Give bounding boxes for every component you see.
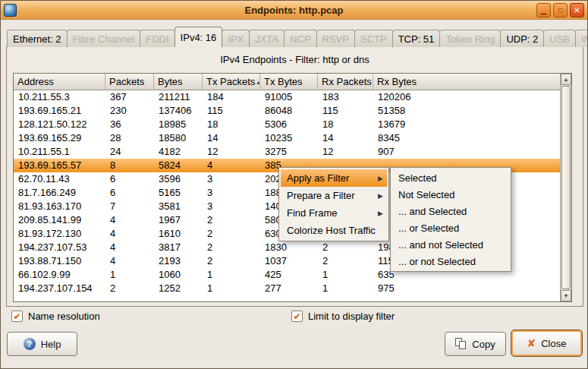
table-cell: 2 [105,282,154,295]
menu-item-label: ... or not Selected [398,256,476,267]
table-cell: 62.70.11.43 [14,172,105,186]
vertical-scrollbar[interactable]: ▲ ▼ [560,74,571,301]
minimize-button[interactable]: ▁ [536,3,551,17]
table-cell: 211211 [154,90,203,104]
table-header: Address Packets Bytes Tx Packets▴ Tx Byt… [14,74,560,90]
table-cell: 4 [105,254,154,268]
column-header-tx-packets[interactable]: Tx Packets▴ [203,74,260,90]
column-header-packets[interactable]: Packets [105,74,154,90]
column-header-tx-bytes[interactable]: Tx Bytes [260,74,318,90]
apply-filter-submenu: Selected Not Selected ... and Selected .… [390,167,511,272]
limit-display-filter-option: ✔ Limit to display filter [291,311,395,322]
window-title: Endpoints: http.pcap [1,5,587,16]
table-cell: 3 [203,200,260,213]
submenu-item-or-selected[interactable]: ... or Selected [392,219,509,236]
check-icon: ✔ [293,311,300,322]
table-cell: 18 [203,118,260,131]
table-row[interactable]: 10.211.55.3 367 211211 184 91005 183 120… [14,90,560,104]
tab-token-ring: Token Ring [439,30,501,47]
table-cell: 6 [105,172,154,186]
submenu-item-and-not-selected[interactable]: ... and not Selected [392,236,509,253]
submenu-item-or-not-selected[interactable]: ... or not Selected [392,253,509,270]
scroll-down-button[interactable]: ▼ [561,290,571,301]
table-cell: 193.69.165.21 [14,104,105,118]
endpoints-subtitle: IPv4 Endpoints - Filter: http or dns [1,54,588,65]
column-header-rx-packets[interactable]: Rx Packets [318,74,373,90]
limit-display-filter-checkbox[interactable]: ✔ [291,311,303,322]
table-row[interactable]: 10.211.55.1 24 4182 12 3275 12 907 [14,145,560,159]
menu-item-prepare-a-filter[interactable]: Prepare a Filter ▶ [281,187,387,204]
menu-item-label: Selected [398,172,437,184]
tab-ipx: IPX [222,30,250,47]
tab-ipv4[interactable]: IPv4: 16 [175,27,223,47]
table-cell: 184 [203,90,260,104]
table-cell: 1967 [154,213,203,227]
table-cell: 425 [260,268,318,282]
table-cell: 230 [105,104,154,118]
submenu-item-and-selected[interactable]: ... and Selected [392,203,509,219]
close-button[interactable]: ✘ Close [511,330,583,357]
table-cell: 12 [318,145,373,159]
menu-item-label: Not Selected [398,189,454,200]
help-glyph: ? [27,339,32,348]
tab-tcp[interactable]: TCP: 51 [392,30,441,47]
close-window-icon: ✕ [574,6,580,14]
menu-item-label: ... and not Selected [398,239,483,251]
table-cell: 3596 [154,172,203,186]
table-cell: 51358 [373,104,560,118]
help-button[interactable]: ? Help [7,332,77,356]
titlebar[interactable]: Endpoints: http.pcap ▁ □ ✕ [1,1,587,20]
table-row[interactable]: 193.69.165.21 230 137406 115 86048 115 5… [14,104,560,118]
table-row[interactable]: 128.121.50.122 36 18985 18 5306 18 13679 [14,118,560,131]
table-cell: 28 [105,131,154,145]
table-cell: 1 [105,268,154,282]
copy-icon [455,338,467,350]
menu-item-label: Prepare a Filter [287,190,355,201]
table-row[interactable]: 194.237.107.154 2 1252 1 277 1 975 [14,282,560,295]
menu-item-apply-as-filter[interactable]: Apply as Filter ▶ [281,169,387,187]
table-cell: 10.211.55.3 [14,90,105,104]
column-header-address[interactable]: Address [14,74,105,90]
close-window-button[interactable]: ✕ [570,3,584,17]
scrollbar-thumb[interactable] [561,86,571,289]
table-cell: 2 [203,213,260,227]
column-header-rx-bytes[interactable]: Rx Bytes [373,74,560,90]
menu-item-colorize-host-traffic[interactable]: Colorize Host Traffic [281,222,387,239]
column-header-bytes[interactable]: Bytes [154,74,203,90]
submenu-item-selected[interactable]: Selected [392,169,509,186]
tab-ncp: NCP [284,30,316,47]
table-cell: 277 [260,282,318,295]
table-cell: 81.93.172.130 [14,227,105,241]
table-cell: 5306 [260,118,318,131]
table-cell: 1830 [260,241,318,254]
table-cell: 4 [203,159,260,172]
tab-rsvp: RSVP [316,30,355,47]
tab-ethernet[interactable]: Ethernet: 2 [7,30,68,47]
table-cell: 24 [105,145,154,159]
scroll-up-button[interactable]: ▲ [561,74,571,85]
submenu-item-not-selected[interactable]: Not Selected [392,186,509,203]
table-cell: 14 [318,131,373,145]
table-cell: 81.93.163.170 [14,200,105,213]
copy-button[interactable]: Copy [445,332,506,356]
table-cell: 2 [203,254,260,268]
table-cell: 91005 [260,90,318,104]
table-cell: 10.211.55.1 [14,145,105,159]
table-cell: 4 [105,213,154,227]
menu-item-find-frame[interactable]: Find Frame ▶ [281,204,387,222]
table-cell: 1610 [154,227,203,241]
name-resolution-option: ✔ Name resolution [11,311,100,322]
table-cell: 4 [105,227,154,241]
table-cell: 1252 [154,282,203,295]
table-cell: 209.85.141.99 [14,213,105,227]
table-cell: 183 [318,90,373,104]
column-label: Bytes [158,76,183,87]
tab-udp[interactable]: UDP: 2 [500,30,544,47]
table-row[interactable]: 193.69.165.29 28 18580 14 10235 14 8345 [14,131,560,145]
table-cell: 193.69.165.29 [14,131,105,145]
name-resolution-checkbox[interactable]: ✔ [11,311,23,322]
maximize-button[interactable]: □ [553,3,568,17]
context-menu: Apply as Filter ▶ Prepare a Filter ▶ Fin… [278,167,389,241]
endpoints-window: Endpoints: http.pcap ▁ □ ✕ Ethernet: 2 F… [0,0,588,369]
tab-usb: USB [543,30,576,47]
